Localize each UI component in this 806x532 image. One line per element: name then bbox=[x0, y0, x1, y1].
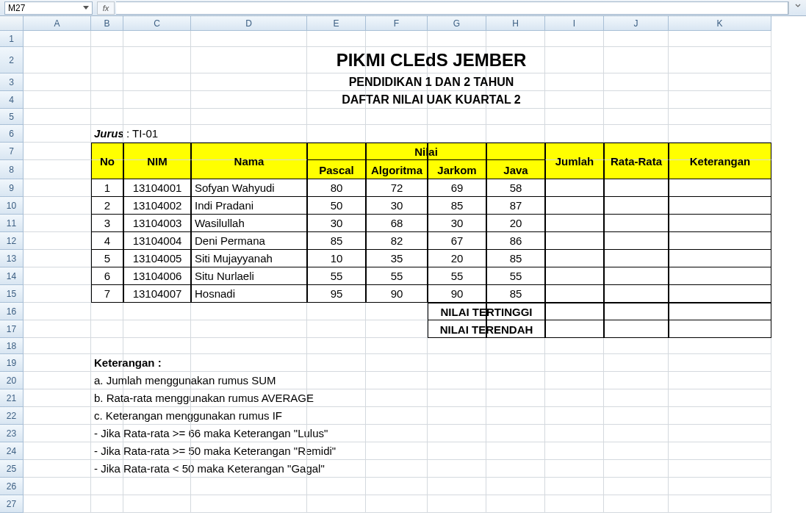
cell-H10[interactable]: 87 bbox=[486, 197, 545, 215]
cell-H18[interactable] bbox=[486, 338, 545, 354]
cell-C18[interactable] bbox=[123, 338, 191, 354]
cell-B27[interactable] bbox=[91, 495, 123, 513]
cell-K12[interactable] bbox=[669, 232, 771, 250]
cell-I10[interactable] bbox=[545, 197, 604, 215]
cell-J8[interactable] bbox=[604, 160, 669, 179]
row-header-7[interactable]: 7 bbox=[0, 143, 24, 160]
cell-D2[interactable] bbox=[191, 47, 307, 73]
cell-B1[interactable] bbox=[91, 31, 123, 47]
cell-C5[interactable] bbox=[123, 109, 191, 125]
cell-B15[interactable]: 7 bbox=[91, 285, 123, 303]
cell-D21[interactable] bbox=[191, 389, 307, 407]
cell-B26[interactable] bbox=[91, 478, 123, 495]
cell-I26[interactable] bbox=[545, 478, 604, 495]
cell-A18[interactable] bbox=[24, 338, 91, 354]
cell-H27[interactable] bbox=[486, 495, 545, 513]
cell-H9[interactable]: 58 bbox=[486, 179, 545, 197]
cell-D26[interactable] bbox=[191, 478, 307, 495]
cell-G7[interactable] bbox=[428, 143, 486, 160]
cell-A11[interactable] bbox=[24, 215, 91, 232]
cell-E5[interactable] bbox=[307, 109, 366, 125]
cell-B13[interactable]: 5 bbox=[91, 250, 123, 267]
cell-J11[interactable] bbox=[604, 215, 669, 232]
cell-K4[interactable] bbox=[669, 91, 771, 109]
cell-J17[interactable] bbox=[604, 320, 669, 338]
cell-E9[interactable]: 80 bbox=[307, 179, 366, 197]
row-header-2[interactable]: 2 bbox=[0, 47, 24, 73]
cell-E25[interactable] bbox=[307, 460, 366, 478]
row-header-19[interactable]: 19 bbox=[0, 354, 24, 372]
cell-E24[interactable] bbox=[307, 442, 366, 460]
cell-K13[interactable] bbox=[669, 250, 771, 267]
cell-G16[interactable] bbox=[428, 303, 486, 320]
cell-F27[interactable] bbox=[366, 495, 428, 513]
cell-G3[interactable] bbox=[428, 73, 486, 91]
cell-C10[interactable]: 13104002 bbox=[123, 197, 191, 215]
cell-K27[interactable] bbox=[669, 495, 771, 513]
cell-F26[interactable] bbox=[366, 478, 428, 495]
cell-D25[interactable] bbox=[191, 460, 307, 478]
cell-C12[interactable]: 13104004 bbox=[123, 232, 191, 250]
cell-C20[interactable] bbox=[123, 372, 191, 389]
cell-K10[interactable] bbox=[669, 197, 771, 215]
cell-J10[interactable] bbox=[604, 197, 669, 215]
cell-D19[interactable] bbox=[191, 354, 307, 372]
cell-I13[interactable] bbox=[545, 250, 604, 267]
cell-E22[interactable] bbox=[307, 407, 366, 425]
cell-G14[interactable]: 55 bbox=[428, 267, 486, 285]
cell-A23[interactable] bbox=[24, 425, 91, 442]
cell-B17[interactable] bbox=[91, 320, 123, 338]
cell-H17[interactable] bbox=[486, 320, 545, 338]
cell-F20[interactable] bbox=[366, 372, 428, 389]
cell-F14[interactable]: 55 bbox=[366, 267, 428, 285]
cell-I22[interactable] bbox=[545, 407, 604, 425]
cell-C8[interactable] bbox=[123, 160, 191, 179]
col-header-F[interactable]: F bbox=[366, 16, 428, 31]
cell-B7[interactable] bbox=[91, 143, 123, 160]
cell-J13[interactable] bbox=[604, 250, 669, 267]
cell-I21[interactable] bbox=[545, 389, 604, 407]
cell-C2[interactable] bbox=[123, 47, 191, 73]
cell-K11[interactable] bbox=[669, 215, 771, 232]
cell-G21[interactable] bbox=[428, 389, 486, 407]
row-header-6[interactable]: 6 bbox=[0, 125, 24, 143]
cell-C15[interactable]: 13104007 bbox=[123, 285, 191, 303]
cell-K2[interactable] bbox=[669, 47, 771, 73]
cell-J27[interactable] bbox=[604, 495, 669, 513]
cell-H11[interactable]: 20 bbox=[486, 215, 545, 232]
cell-I6[interactable] bbox=[545, 125, 604, 143]
cell-F25[interactable] bbox=[366, 460, 428, 478]
cell-A14[interactable] bbox=[24, 267, 91, 285]
cell-F24[interactable] bbox=[366, 442, 428, 460]
cell-H24[interactable] bbox=[486, 442, 545, 460]
cell-H16[interactable] bbox=[486, 303, 545, 320]
name-box[interactable]: M27 bbox=[4, 1, 93, 15]
cell-J15[interactable] bbox=[604, 285, 669, 303]
cell-E18[interactable] bbox=[307, 338, 366, 354]
cell-K23[interactable] bbox=[669, 425, 771, 442]
cell-F17[interactable] bbox=[366, 320, 428, 338]
cell-F16[interactable] bbox=[366, 303, 428, 320]
cell-J22[interactable] bbox=[604, 407, 669, 425]
cell-K1[interactable] bbox=[669, 31, 771, 47]
cell-G27[interactable] bbox=[428, 495, 486, 513]
cell-I1[interactable] bbox=[545, 31, 604, 47]
cell-C7[interactable] bbox=[123, 143, 191, 160]
cell-E21[interactable] bbox=[307, 389, 366, 407]
row-header-10[interactable]: 10 bbox=[0, 197, 24, 215]
cell-G25[interactable] bbox=[428, 460, 486, 478]
cell-F3[interactable] bbox=[366, 73, 428, 91]
row-header-26[interactable]: 26 bbox=[0, 478, 24, 495]
cell-E23[interactable] bbox=[307, 425, 366, 442]
cell-B4[interactable] bbox=[91, 91, 123, 109]
row-header-24[interactable]: 24 bbox=[0, 442, 24, 460]
cell-D15[interactable]: Hosnadi bbox=[191, 285, 307, 303]
cell-F7[interactable] bbox=[366, 143, 428, 160]
col-header-I[interactable]: I bbox=[545, 16, 604, 31]
notes-c1[interactable]: - Jika Rata-rata >= 66 maka Keterangan "… bbox=[91, 425, 123, 442]
cell-K17[interactable] bbox=[669, 320, 771, 338]
row-header-16[interactable]: 16 bbox=[0, 303, 24, 320]
cell-D5[interactable] bbox=[191, 109, 307, 125]
cell-F1[interactable] bbox=[366, 31, 428, 47]
notes-c3[interactable]: - Jika Rata-rata < 50 maka Keterangan "G… bbox=[91, 460, 123, 478]
